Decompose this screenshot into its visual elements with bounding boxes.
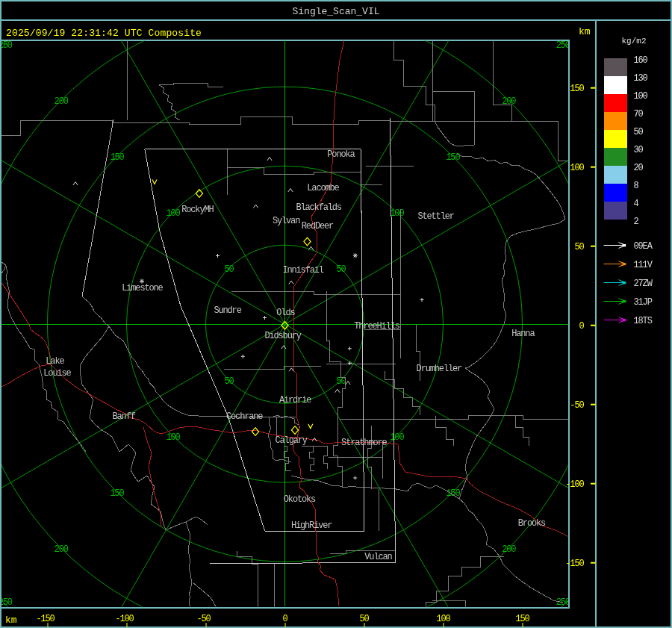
svg-text:-50: -50 xyxy=(196,614,211,624)
svg-text:100: 100 xyxy=(436,614,450,624)
svg-text:27ZW: 27ZW xyxy=(634,279,653,289)
svg-text:km: km xyxy=(579,26,591,37)
svg-text:Stettler: Stettler xyxy=(417,211,454,222)
svg-text:km: km xyxy=(5,615,17,626)
svg-text:50: 50 xyxy=(224,264,234,275)
svg-text:250: 250 xyxy=(0,597,13,608)
svg-text:50: 50 xyxy=(359,614,369,624)
svg-text:100: 100 xyxy=(390,208,404,219)
svg-text:50: 50 xyxy=(336,264,346,275)
svg-text:2: 2 xyxy=(634,217,639,227)
svg-text:0: 0 xyxy=(579,321,584,332)
svg-text:50: 50 xyxy=(634,127,644,137)
svg-text:-150: -150 xyxy=(565,559,584,569)
svg-text:Vulcan: Vulcan xyxy=(364,552,392,562)
svg-text:20: 20 xyxy=(634,163,644,173)
svg-text:Strathmore: Strathmore xyxy=(341,438,387,448)
svg-text:Limestone: Limestone xyxy=(122,283,163,293)
svg-text:Didsbury: Didsbury xyxy=(264,331,301,341)
svg-text:111V: 111V xyxy=(634,260,653,270)
svg-text:Ponoka: Ponoka xyxy=(327,149,355,160)
svg-text:200: 200 xyxy=(502,96,516,107)
svg-text:30: 30 xyxy=(634,145,644,155)
svg-text:Single_Scan_VIL: Single_Scan_VIL xyxy=(292,6,379,17)
svg-text:8: 8 xyxy=(634,181,639,191)
svg-text:Banff: Banff xyxy=(113,411,136,422)
svg-text:250: 250 xyxy=(556,597,570,608)
svg-text:160: 160 xyxy=(634,55,648,66)
svg-text:09EA: 09EA xyxy=(634,241,653,252)
svg-text:-150: -150 xyxy=(36,614,55,624)
svg-text:4: 4 xyxy=(634,199,639,209)
svg-text:Okotoks: Okotoks xyxy=(284,494,316,505)
svg-text:100: 100 xyxy=(390,432,404,443)
svg-text:31JP: 31JP xyxy=(634,297,653,308)
svg-text:Lacombe: Lacombe xyxy=(307,183,339,193)
svg-text:150: 150 xyxy=(446,488,460,499)
svg-text:-100: -100 xyxy=(115,614,134,624)
svg-text:100: 100 xyxy=(167,208,181,219)
svg-text:Airdrie: Airdrie xyxy=(279,395,311,405)
svg-text:250: 250 xyxy=(0,40,13,51)
svg-text:-100: -100 xyxy=(565,479,584,490)
svg-text:50: 50 xyxy=(574,242,584,252)
svg-text:250: 250 xyxy=(556,40,570,51)
svg-text:RedDeer: RedDeer xyxy=(302,221,334,231)
svg-text:Innisfail: Innisfail xyxy=(282,265,323,276)
svg-text:150: 150 xyxy=(111,488,125,499)
svg-text:Drumheller: Drumheller xyxy=(417,364,462,374)
svg-text:200: 200 xyxy=(502,544,516,555)
svg-text:Olds: Olds xyxy=(276,308,295,318)
svg-text:RockyMH: RockyMH xyxy=(181,205,214,215)
svg-text:150: 150 xyxy=(111,152,125,163)
svg-text:18TS: 18TS xyxy=(634,316,653,326)
svg-text:150: 150 xyxy=(570,84,584,94)
svg-text:70: 70 xyxy=(634,109,644,119)
svg-text:Cochrane: Cochrane xyxy=(226,411,263,422)
svg-text:150: 150 xyxy=(446,152,460,163)
svg-text:200: 200 xyxy=(55,544,69,555)
svg-text:Blackfalds: Blackfalds xyxy=(296,202,341,213)
svg-text:Sundre: Sundre xyxy=(214,305,241,316)
svg-text:Brooks: Brooks xyxy=(518,518,546,529)
svg-text:130: 130 xyxy=(634,73,648,84)
svg-text:Lake: Lake xyxy=(46,356,64,367)
svg-text:0: 0 xyxy=(282,614,287,624)
svg-text:-50: -50 xyxy=(570,400,584,411)
svg-text:HighRiver: HighRiver xyxy=(291,520,332,531)
svg-text:200: 200 xyxy=(55,96,69,107)
svg-text:ThreeHills: ThreeHills xyxy=(354,321,399,332)
svg-text:100: 100 xyxy=(167,432,181,443)
svg-text:50: 50 xyxy=(224,376,234,387)
svg-text:Hanna: Hanna xyxy=(511,329,535,339)
svg-text:Sylvan: Sylvan xyxy=(273,216,300,226)
svg-text:100: 100 xyxy=(570,163,584,173)
svg-text:100: 100 xyxy=(634,91,648,102)
svg-text:Louise: Louise xyxy=(43,368,71,379)
svg-text:kg/m2: kg/m2 xyxy=(622,37,647,46)
svg-text:150: 150 xyxy=(515,614,529,624)
svg-text:2025/09/19 22:31:42 UTC Compos: 2025/09/19 22:31:42 UTC Composite xyxy=(6,28,202,39)
svg-text:Calgary: Calgary xyxy=(276,435,308,446)
